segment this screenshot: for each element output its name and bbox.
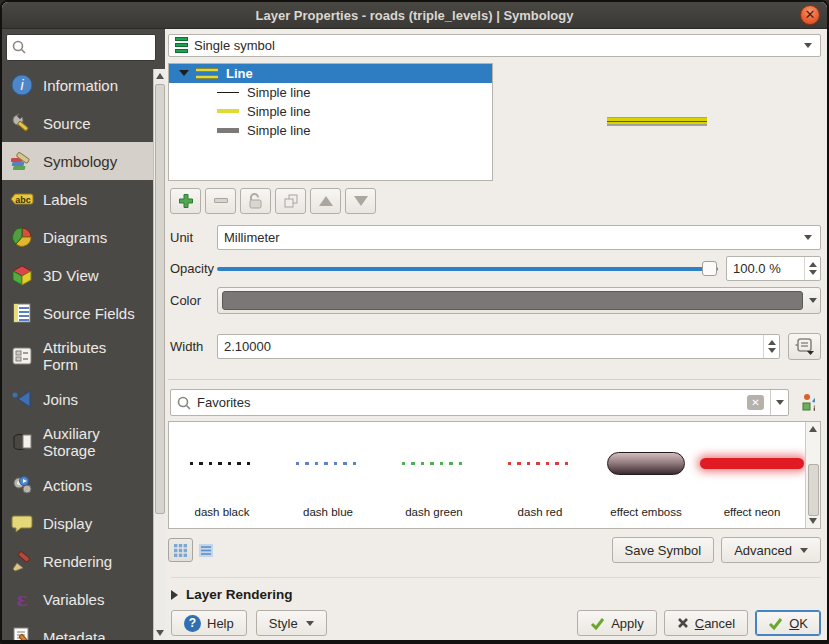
clear-filter-icon[interactable]: ✕ [747,395,764,410]
chevron-down-icon [804,235,812,240]
sidebar-item-information[interactable]: i Information [2,66,153,104]
lock-colors-button[interactable] [240,188,271,214]
sidebar-search-input[interactable] [6,34,156,61]
sidebar-item-source-fields[interactable]: Source Fields [2,294,153,332]
sidebar-item-label: Source [43,115,141,132]
filter-dropdown[interactable] [770,390,788,415]
color-button[interactable] [217,287,821,314]
ok-button[interactable]: OK [755,610,821,636]
symbol-tile-dash-black[interactable]: dash black [169,422,275,528]
check-icon [768,617,783,630]
icon-view-button[interactable] [168,538,193,562]
tree-item-simple-line-1[interactable]: Simple line [169,83,492,102]
tree-item-simple-line-2[interactable]: Simple line [169,102,492,121]
move-down-button[interactable] [345,188,376,214]
symbol-tile-effect-neon[interactable]: effect neon [699,422,805,528]
move-up-button[interactable] [310,188,341,214]
search-icon [177,396,191,413]
slider-track [217,267,718,271]
renderer-value: Single symbol [194,38,275,53]
sidebar-item-variables[interactable]: ε Variables [2,580,153,618]
save-symbol-button[interactable]: Save Symbol [612,537,715,563]
sidebar-item-labels[interactable]: abc Labels [2,180,153,218]
emboss-symbol-preview [607,452,685,475]
spin-up-icon [809,262,817,267]
sidebar-item-label: Joins [43,391,141,408]
style-manager-icon: a [801,392,815,413]
help-button[interactable]: ? Help [171,610,247,636]
symbol-tile-effect-emboss[interactable]: effect emboss [593,422,699,528]
opacity-spinbox[interactable]: 100.0 % [726,256,821,281]
style-manager-button[interactable]: a [795,389,821,415]
data-defined-override-button[interactable] [788,333,821,360]
unit-select[interactable]: Millimeter [217,225,821,250]
symbol-name: effect emboss [610,506,681,518]
sidebar-item-metadata[interactable]: Metadata [2,618,153,642]
simple-line-icon [217,128,239,133]
titlebar[interactable]: Layer Properties - roads (triple_levels)… [2,2,827,29]
sidebar-item-diagrams[interactable]: Diagrams [2,218,153,256]
symbology-panel: Single symbol Line Simple line [165,29,829,642]
sidebar-item-joins[interactable]: Joins [2,380,153,418]
sidebar: i Information Source Symbology abc Label… [2,29,165,642]
sidebar-item-display[interactable]: Display [2,504,153,542]
remove-symbol-layer-button[interactable] [205,188,236,214]
collapsed-expander-icon[interactable] [171,590,178,600]
x-icon [677,617,689,629]
scroll-down-icon[interactable] [156,630,164,636]
dialog-button-box: ? Help Style Apply Cancel [171,610,821,642]
symbol-layer-tree: Line Simple line Simple line Simple line [168,63,493,181]
list-view-button[interactable] [193,538,218,562]
slider-handle[interactable] [702,261,717,276]
spinner-arrows[interactable] [763,335,779,358]
spinner-arrows[interactable] [804,257,820,280]
style-button[interactable]: Style [256,610,327,636]
tree-item-label: Line [226,66,253,81]
advanced-button[interactable]: Advanced [721,537,821,563]
gallery-scrollbar-thumb[interactable] [808,464,819,516]
tree-item-line[interactable]: Line [169,64,492,83]
sidebar-item-symbology[interactable]: Symbology [2,142,153,180]
opacity-slider[interactable] [217,259,721,278]
layer-rendering-section: Layer Rendering [171,577,821,602]
symbol-name: effect neon [724,506,781,518]
color-dropdown[interactable] [805,288,820,313]
cancel-button[interactable]: Cancel [664,610,748,636]
symbol-name: dash red [518,506,563,518]
sidebar-scrollbar[interactable] [153,69,165,640]
symbol-tile-dash-green[interactable]: dash green [381,422,487,528]
sidebar-item-label: Variables [43,591,141,608]
grid-view-icon [174,544,187,557]
sidebar-item-source[interactable]: Source [2,104,153,142]
sidebar-item-label: Auxiliary Storage [43,425,141,459]
symbol-tile-dash-red[interactable]: dash red [487,422,593,528]
scroll-up-icon[interactable] [156,73,164,79]
sidebar-item-label: 3D View [43,267,141,284]
sidebar-item-auxiliary-storage[interactable]: Auxiliary Storage [2,418,153,466]
apply-button[interactable]: Apply [577,610,657,636]
sidebar-item-3d-view[interactable]: 3D View [2,256,153,294]
single-symbol-icon [175,37,188,53]
road-symbol-preview [607,117,707,126]
renderer-select[interactable]: Single symbol [168,34,821,57]
add-symbol-layer-button[interactable] [170,188,201,214]
sidebar-item-rendering[interactable]: Rendering [2,542,153,580]
sidebar-item-attributes-form[interactable]: Attributes Form [2,332,153,380]
scroll-up-icon[interactable] [809,426,817,432]
tree-item-simple-line-3[interactable]: Simple line [169,121,492,140]
gallery-scrollbar[interactable] [805,422,820,528]
expander-icon[interactable] [179,70,189,76]
sidebar-item-label: Diagrams [43,229,141,246]
scroll-down-icon[interactable] [809,518,817,524]
symbol-filter-input[interactable]: Favorites ✕ [170,389,789,416]
width-spinbox[interactable]: 2.10000 [217,334,780,359]
sidebar-scrollbar-thumb[interactable] [155,84,165,514]
sidebar-item-actions[interactable]: Actions [2,466,153,504]
sidebar-item-label: Labels [43,191,141,208]
color-label: Color [170,293,217,308]
sidebar-item-label: Information [43,77,141,94]
symbol-tile-dash-blue[interactable]: dash blue [275,422,381,528]
close-icon[interactable]: ✕ [800,5,820,25]
duplicate-symbol-layer-button[interactable] [275,188,306,214]
unit-label: Unit [170,230,217,245]
